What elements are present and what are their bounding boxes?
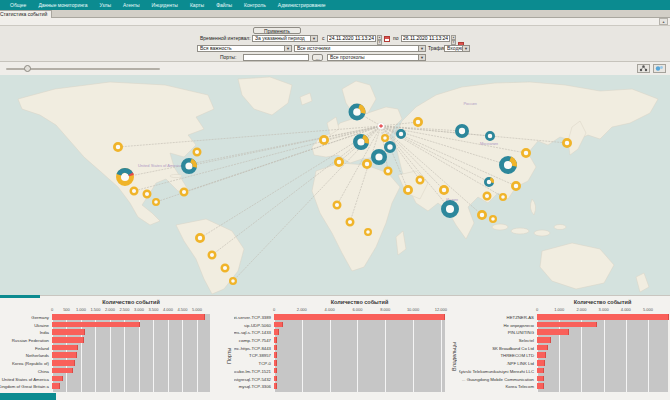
bar[interactable]	[274, 314, 445, 320]
date-from-input[interactable]	[327, 35, 376, 42]
event-marker-teal[interactable]	[182, 159, 197, 174]
event-marker-teal[interactable]	[457, 126, 467, 136]
event-marker-yellow[interactable]	[365, 229, 371, 235]
bar[interactable]	[274, 383, 277, 389]
bar[interactable]	[537, 314, 669, 320]
event-marker-yellow[interactable]	[500, 194, 506, 200]
date-to-spinner[interactable]: ▲▼	[451, 35, 456, 42]
event-marker-yellow[interactable]	[131, 188, 138, 195]
event-marker-yellow[interactable]	[522, 149, 529, 156]
tab-event-statistics[interactable]: Статистика событий	[0, 10, 52, 18]
event-marker-yellow[interactable]	[144, 191, 151, 198]
event-marker-teal[interactable]	[116, 168, 134, 186]
event-marker-yellow[interactable]	[209, 252, 216, 259]
calendar-icon[interactable]	[384, 36, 390, 42]
bar[interactable]	[274, 368, 277, 374]
world-map[interactable]: United States of AmericaМонголияИндияРос…	[0, 75, 670, 295]
event-marker-yellow[interactable]	[563, 139, 570, 146]
event-marker-yellow[interactable]	[404, 186, 411, 193]
bar[interactable]	[274, 337, 277, 343]
panel-collapse-button[interactable]: ▴	[659, 18, 668, 25]
sources-select[interactable]: Все источники ▼	[294, 45, 426, 52]
event-marker-teal[interactable]	[486, 132, 493, 139]
event-marker-teal[interactable]	[349, 104, 365, 120]
menu-item[interactable]: Файлы	[210, 0, 238, 10]
protocols-select[interactable]: Все протоколы ▼	[327, 54, 426, 61]
bar[interactable]	[537, 360, 545, 366]
menu-item[interactable]: Карты	[184, 0, 210, 10]
event-marker-yellow[interactable]	[382, 135, 388, 141]
bar[interactable]	[52, 322, 140, 328]
map-marker-view-button[interactable]	[653, 64, 666, 73]
event-marker-teal[interactable]	[373, 151, 385, 163]
bar[interactable]	[274, 376, 277, 382]
menu-item[interactable]: Агенты	[117, 0, 145, 10]
event-marker-yellow[interactable]	[512, 182, 519, 189]
bar[interactable]	[537, 345, 548, 351]
event-marker-teal[interactable]	[500, 157, 517, 174]
event-marker-yellow[interactable]	[194, 149, 201, 156]
ports-input[interactable]	[243, 54, 309, 61]
menu-item[interactable]: Инциденты	[146, 0, 184, 10]
bar[interactable]	[274, 322, 283, 328]
bar[interactable]	[537, 368, 544, 374]
cluster-hub-marker[interactable]	[378, 123, 385, 130]
event-marker-yellow[interactable]	[196, 234, 203, 241]
event-marker-teal[interactable]	[386, 143, 395, 152]
menu-item[interactable]: Данные мониторинга	[32, 0, 93, 10]
event-marker-yellow[interactable]	[222, 265, 229, 272]
event-marker-teal[interactable]	[354, 135, 369, 150]
bar[interactable]	[52, 383, 60, 389]
menu-item[interactable]: Контроль	[238, 0, 272, 10]
menu-item[interactable]: Общее	[4, 0, 32, 10]
event-marker-yellow[interactable]	[414, 118, 421, 125]
menu-item[interactable]: Администрирование	[272, 0, 332, 10]
event-marker-yellow[interactable]	[181, 189, 188, 196]
ports-more-button[interactable]: ...	[312, 54, 323, 61]
event-marker-yellow[interactable]	[363, 160, 370, 167]
time-interval-select[interactable]: За указанный период ▼	[252, 35, 318, 42]
bar[interactable]	[52, 345, 78, 351]
event-marker-yellow[interactable]	[230, 278, 236, 284]
date-to-input[interactable]	[401, 35, 450, 42]
bar[interactable]	[52, 368, 73, 374]
bar[interactable]	[52, 376, 63, 382]
event-marker-yellow[interactable]	[334, 202, 341, 209]
event-marker-teal[interactable]	[484, 177, 493, 186]
event-marker-yellow[interactable]	[478, 211, 485, 218]
bar[interactable]	[537, 352, 546, 358]
bar[interactable]	[537, 337, 551, 343]
event-marker-yellow[interactable]	[385, 168, 392, 175]
event-marker-yellow[interactable]	[335, 158, 342, 165]
event-marker-yellow[interactable]	[153, 199, 159, 205]
map-network-view-button[interactable]	[637, 64, 650, 73]
menu-item[interactable]: Узлы	[93, 0, 117, 10]
bar[interactable]	[52, 329, 85, 335]
bar[interactable]	[537, 322, 597, 328]
bar[interactable]	[274, 345, 277, 351]
event-marker-yellow[interactable]	[320, 136, 327, 143]
event-marker-yellow[interactable]	[114, 143, 121, 150]
event-marker-yellow[interactable]	[440, 186, 447, 193]
bar[interactable]	[52, 314, 205, 320]
bar[interactable]	[274, 360, 277, 366]
severity-select[interactable]: Вся важность ▼	[197, 45, 292, 52]
bar[interactable]	[537, 329, 569, 335]
event-marker-yellow[interactable]	[484, 193, 491, 200]
event-marker-teal[interactable]	[397, 130, 404, 137]
bar[interactable]	[274, 329, 279, 335]
bar[interactable]	[52, 352, 77, 358]
map-zoom-slider-handle[interactable]	[24, 65, 31, 72]
bar[interactable]	[52, 360, 75, 366]
bar[interactable]	[537, 376, 544, 382]
date-from-spinner[interactable]: ▲▼	[377, 35, 382, 42]
event-marker-yellow[interactable]	[347, 219, 354, 226]
event-marker-yellow[interactable]	[490, 216, 496, 222]
bar[interactable]	[274, 352, 277, 358]
event-marker-yellow[interactable]	[417, 177, 424, 184]
apply-filters-button[interactable]: Применить фильтры	[253, 27, 301, 34]
bar[interactable]	[537, 383, 544, 389]
bar[interactable]	[52, 337, 84, 343]
traffic-select[interactable]: Входящий ▼	[444, 45, 470, 52]
event-marker-teal[interactable]	[443, 202, 456, 215]
